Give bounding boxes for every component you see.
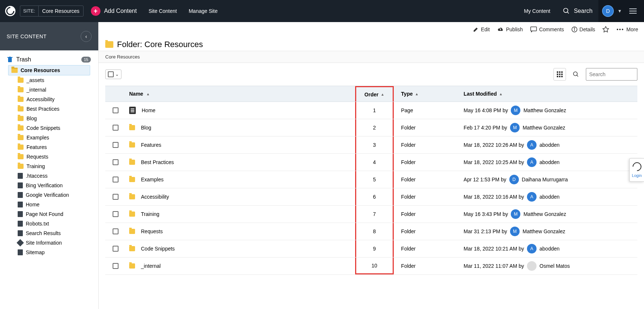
row-checkbox[interactable] [113,228,118,234]
tree-item[interactable]: Sitemap [0,248,98,257]
collapse-sidebar-button[interactable]: ‹ [81,31,92,42]
table-row[interactable]: Features3FolderMar 18, 2022 10:26 AM by … [105,136,637,154]
publish-button[interactable]: Publish [497,26,523,32]
tree-root-label: Core Resources [21,67,60,73]
user-avatar-icon [527,261,537,271]
tree-item-label: Examples [26,135,49,141]
nav-manage-site[interactable]: Manage Site [189,8,218,14]
add-content-button[interactable]: + Add Content [91,6,137,16]
row-checkbox[interactable] [113,159,118,165]
table-row[interactable]: Training7FolderMay 16 3:43 PM by M Matth… [105,206,637,223]
breadcrumb[interactable]: Core Resources [99,51,644,63]
code-icon [18,192,23,198]
more-button[interactable]: ••• More [616,26,638,32]
tree-item[interactable]: Accessibility [0,95,98,104]
col-order[interactable]: Order▲ [355,86,394,102]
col-type[interactable]: Type▲ [394,91,464,97]
row-checkbox[interactable] [113,142,118,148]
comments-button[interactable]: Comments [530,26,564,32]
menu-icon[interactable] [626,8,640,14]
star-icon[interactable] [602,26,609,33]
user-avatar[interactable]: D [602,5,614,17]
search-icon [573,71,579,78]
tree-item[interactable]: Requests [0,152,98,161]
row-checkbox[interactable] [113,125,118,131]
loading-icon [631,160,643,173]
table-row[interactable]: Blog2FolderFeb 17 4:20 PM by M Matthew G… [105,119,637,136]
col-modified[interactable]: Last Modified▲ [464,91,637,97]
row-checkbox[interactable] [113,263,118,269]
tree-item-label: Site Information [26,240,62,246]
tree-item[interactable]: Best Practices [0,104,98,114]
tree-item[interactable]: Page Not Found [0,209,98,219]
row-date: Mar 11, 2022 11:07 AM by [464,263,524,269]
tree-item[interactable]: Google Verification [0,190,98,200]
row-user: Matthew Gonzalez [523,211,566,217]
table-row[interactable]: Best Practices4FolderMar 18, 2022 10:25 … [105,154,637,171]
table-row[interactable]: Code Snippets9FolderMar 18, 2022 10:21 A… [105,240,637,258]
row-name: Training [141,211,159,217]
sort-arrow-icon: ▲ [499,92,503,96]
tree-item[interactable]: .htaccess [0,171,98,181]
my-content-link[interactable]: My Content [517,8,557,14]
code-icon [18,173,23,179]
tree-item[interactable]: Features [0,142,98,152]
table-search-button[interactable] [570,68,582,81]
app-logo[interactable] [5,6,15,16]
row-checkbox[interactable] [113,177,118,182]
grid-view-button[interactable] [553,68,566,81]
login-tab[interactable]: Login [629,158,644,182]
tree-item[interactable]: Training [0,161,98,171]
row-checkbox[interactable] [113,211,118,217]
table-search-input[interactable] [586,68,637,81]
global-search[interactable]: Search [557,7,598,15]
add-content-label: Add Content [104,8,137,14]
row-date: May 16 4:08 PM by [464,107,508,113]
select-all-checkbox[interactable]: ⌄ [105,70,121,79]
tree-item[interactable]: _assets [0,75,98,85]
trash-link[interactable]: Trash 15 [0,54,98,65]
tree-item[interactable]: Examples [0,133,98,142]
folder-icon [129,142,135,148]
tree-item[interactable]: Blog [0,114,98,123]
row-user: Matthew Gonzalez [523,228,565,234]
folder-icon [129,177,135,182]
tree-item[interactable]: Search Results [0,228,98,238]
row-checkbox[interactable] [113,246,118,252]
nav-site-content[interactable]: Site Content [149,8,177,14]
table-row[interactable]: _internal10FolderMar 11, 2022 11:07 AM b… [105,258,637,275]
folder-open-icon [11,68,18,73]
svg-line-19 [577,75,578,77]
row-checkbox[interactable] [113,107,118,113]
folder-icon [18,154,24,159]
tree-item[interactable]: Bing Verification [0,181,98,190]
user-avatar-icon: M [510,227,520,236]
site-name: Core Resources [39,6,83,16]
row-date: May 16 3:43 PM by [464,211,508,217]
table-row[interactable]: Home1PageMay 16 4:08 PM by M Matthew Gon… [105,102,637,119]
folder-icon [129,229,135,234]
page-icon [129,107,136,114]
chevron-down-icon[interactable]: ▼ [618,8,622,14]
tree-item-label: _internal [26,87,46,93]
col-name[interactable]: Name▲ [125,91,355,97]
svg-rect-10 [559,71,560,73]
table-row[interactable]: Accessibility6FolderMar 18, 2022 10:16 A… [105,188,637,206]
site-selector[interactable]: SITE: Core Resources [20,6,84,17]
svg-rect-11 [561,71,563,73]
tree-item-label: Code Snippets [26,125,60,131]
main-content: Edit Publish Comments Details ••• More [99,22,644,309]
tree-item[interactable]: Robots.txt [0,219,98,228]
edit-button[interactable]: Edit [473,26,490,32]
table-row[interactable]: Requests8FolderMar 31 2:13 PM by M Matth… [105,223,637,240]
sidebar-title: SITE CONTENT [7,33,47,39]
table-row[interactable]: Examples5FolderApr 12 1:53 PM by D Daiha… [105,171,637,188]
tree-item[interactable]: Code Snippets [0,123,98,133]
tree-item[interactable]: Home [0,200,98,209]
row-checkbox[interactable] [113,194,118,200]
details-button[interactable]: Details [572,26,595,32]
tree-item[interactable]: Site Information [0,238,98,248]
row-order: 1 [373,107,376,113]
tree-root-selected[interactable]: Core Resources [8,65,90,75]
tree-item[interactable]: _internal [0,85,98,95]
